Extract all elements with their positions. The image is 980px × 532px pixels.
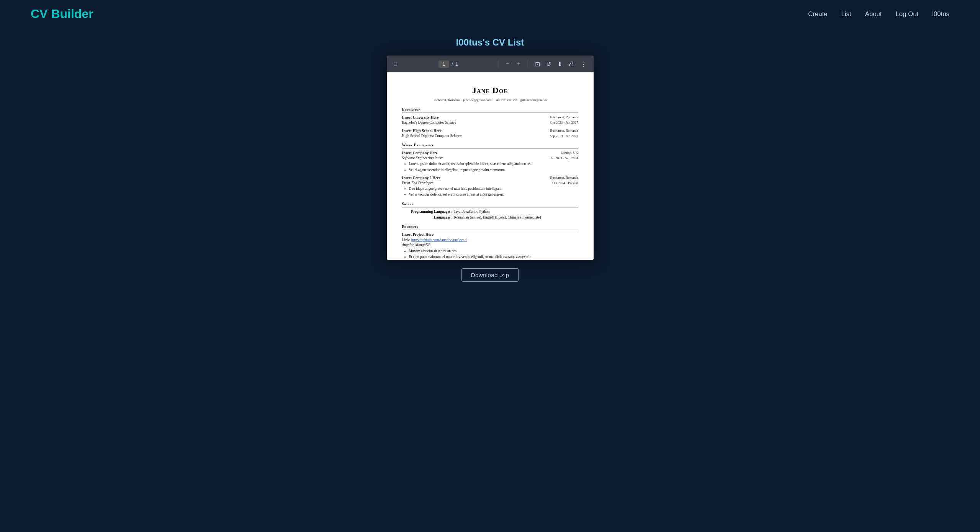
navbar: CV Builder Create List About Log Out l00… xyxy=(0,0,980,28)
print-icon: 🖨 xyxy=(568,60,574,67)
cv-project-bullet-1-1: Et cum puto malorum, ei mea elit vivendo… xyxy=(409,255,578,259)
toolbar-sep-1 xyxy=(499,60,499,68)
pdf-container: ≡ 1 / 1 − + ⊡ ↺ xyxy=(387,55,594,260)
cv-name: Jane Doe xyxy=(402,85,578,96)
cv-work-bullets-1: Lorem ipsum dolor sit amet, recusabo spl… xyxy=(409,162,578,173)
cv-section-education: Education xyxy=(402,107,578,113)
zoom-out-button[interactable]: − xyxy=(504,59,512,69)
cv-work-entry-1: Insert Company Here London, UK Software … xyxy=(402,150,578,173)
nav-list[interactable]: List xyxy=(841,10,851,18)
cv-edu-location-1: Bucharest, Romania xyxy=(550,115,578,120)
more-icon: ⋮ xyxy=(581,60,587,68)
zoom-in-icon: + xyxy=(517,60,520,67)
page-separator: / xyxy=(452,61,453,67)
cv-work-role-2: Front-End Developer xyxy=(402,181,434,186)
pdf-page: Jane Doe Bucharest, Romania · janedoe@gm… xyxy=(387,72,594,260)
zoom-out-icon: − xyxy=(506,60,509,67)
cv-section-skills: Skills xyxy=(402,201,578,207)
page-indicator: 1 / 1 xyxy=(403,60,494,68)
cv-skills-row-0: Programming Languages: Java, JavaScript,… xyxy=(402,209,578,214)
cv-skills-row-1: Languages: Romanian (native), English (f… xyxy=(402,215,578,220)
cv-project-link-url: https://github.com/janedoe/project-1 xyxy=(411,238,467,242)
cv-edu-dates-1: Oct 2023 - Jun 2027 xyxy=(550,120,578,125)
cv-skills-label-0: Programming Languages: xyxy=(402,209,452,214)
cv-work-entry-2: Insert Company 2 Here Bucharest, Romania… xyxy=(402,175,578,197)
zoom-in-button[interactable]: + xyxy=(515,59,523,69)
download-icon: ⬇ xyxy=(557,60,562,68)
cv-work-role-1-row: Software Engineering Intern Jul 2024 - S… xyxy=(402,156,578,161)
cv-work-dates-1: Jul 2024 - Sep 2024 xyxy=(551,156,578,161)
cv-edu-entry-2-header: Insert High School Here Bucharest, Roman… xyxy=(402,128,578,134)
cv-edu-entry-2: Insert High School Here Bucharest, Roman… xyxy=(402,128,578,139)
cv-project-bullets-1: Munere albucius deserunt an pro. Et cum … xyxy=(409,249,578,260)
cv-edu-degree-2: High School Diploma Computer Science xyxy=(402,134,462,139)
cv-work-dates-2: Oct 2024 - Present xyxy=(552,181,578,186)
nav-logout[interactable]: Log Out xyxy=(896,10,919,18)
cv-contact: Bucharest, Romania · janedoe@gmail.com ·… xyxy=(402,98,578,103)
cv-skills-label-1: Languages: xyxy=(402,215,452,220)
cv-work-company-2: Insert Company 2 Here xyxy=(402,175,441,181)
cv-project-name-1: Insert Project Here xyxy=(402,232,434,237)
cv-edu-degree-2-row: High School Diploma Computer Science Sep… xyxy=(402,134,578,139)
cv-work-bullet-2-1: Vel ei vocibus dolendi, est erant causae… xyxy=(409,192,578,197)
cv-work-bullet-1-1: Vel ei agam assentior intellegebat, in p… xyxy=(409,168,578,173)
cv-edu-institution-2: Insert High School Here xyxy=(402,128,442,134)
cv-skills-value-1: Romanian (native), English (fluent), Chi… xyxy=(454,215,541,220)
cv-edu-entry-1-header: Insert University Here Bucharest, Romani… xyxy=(402,115,578,120)
nav-create[interactable]: Create xyxy=(808,10,827,18)
print-button[interactable]: 🖨 xyxy=(566,59,577,69)
cv-project-link-row: Link: https://github.com/janedoe/project… xyxy=(402,237,578,243)
cv-work-entry-2-header: Insert Company 2 Here Bucharest, Romania xyxy=(402,175,578,181)
more-options-button[interactable]: ⋮ xyxy=(578,59,589,69)
toolbar-sep-2 xyxy=(528,60,528,68)
nav-links: Create List About Log Out l00tus xyxy=(808,10,949,18)
download-button[interactable]: ⬇ xyxy=(555,59,564,69)
pdf-viewer-wrapper: ≡ 1 / 1 − + ⊡ ↺ xyxy=(0,55,980,260)
pdf-toolbar: ≡ 1 / 1 − + ⊡ ↺ xyxy=(387,55,594,72)
page-title: l00tus's CV List xyxy=(0,37,980,48)
cv-edu-degree-1-row: Bachelor's Degree Computer Science Oct 2… xyxy=(402,120,578,125)
history-icon: ↺ xyxy=(546,60,551,68)
cv-project-tech-1: Angular, MongoDB xyxy=(402,243,578,248)
download-zip-button[interactable]: Download .zip xyxy=(461,268,519,282)
download-area: Download .zip xyxy=(0,268,980,282)
cv-project-link-label: Link: xyxy=(402,238,411,242)
cv-work-role-2-row: Front-End Developer Oct 2024 - Present xyxy=(402,181,578,186)
cv-work-location-2: Bucharest, Romania xyxy=(550,175,578,180)
toolbar-right: ⊡ ↺ ⬇ 🖨 ⋮ xyxy=(533,59,589,69)
menu-button[interactable]: ≡ xyxy=(391,59,400,70)
cv-edu-institution-1: Insert University Here xyxy=(402,115,439,120)
logo-cv: CV xyxy=(31,7,47,21)
cv-project-entry-1: Insert Project Here Link: https://github… xyxy=(402,232,578,260)
nav-about[interactable]: About xyxy=(865,10,882,18)
cv-work-bullets-2: Duo idque augue graece no, ei mea hinc p… xyxy=(409,186,578,197)
pdf-scroll[interactable]: Jane Doe Bucharest, Romania · janedoe@gm… xyxy=(387,72,594,260)
cv-section-work: Work Experience xyxy=(402,142,578,149)
cv-work-location-1: London, UK xyxy=(561,150,578,155)
present-button[interactable]: ⊡ xyxy=(533,59,542,69)
present-icon: ⊡ xyxy=(535,60,540,68)
page-current: 1 xyxy=(438,60,449,68)
cv-edu-degree-1: Bachelor's Degree Computer Science xyxy=(402,120,456,125)
cv-work-bullet-2-0: Duo idque augue graece no, ei mea hinc p… xyxy=(409,186,578,191)
history-button[interactable]: ↺ xyxy=(544,59,553,69)
cv-skills-value-0: Java, JavaScript, Python xyxy=(454,209,490,214)
cv-work-role-1: Software Engineering Intern xyxy=(402,156,443,161)
cv-section-projects: Projects xyxy=(402,224,578,230)
nav-user[interactable]: l00tus xyxy=(932,10,949,18)
logo-builder: Builder xyxy=(47,7,93,21)
cv-work-bullet-1-0: Lorem ipsum dolor sit amet, recusabo spl… xyxy=(409,162,578,166)
page-total: 1 xyxy=(455,61,458,67)
cv-edu-location-2: Bucharest, Romania xyxy=(550,128,578,133)
cv-work-company-1: Insert Company Here xyxy=(402,150,438,156)
cv-edu-entry-1: Insert University Here Bucharest, Romani… xyxy=(402,115,578,125)
cv-edu-dates-2: Sep 2019 - Jun 2023 xyxy=(550,134,578,139)
cv-work-entry-1-header: Insert Company Here London, UK xyxy=(402,150,578,156)
hamburger-icon: ≡ xyxy=(394,60,398,68)
cv-project-bullet-1-0: Munere albucius deserunt an pro. xyxy=(409,249,578,254)
logo[interactable]: CV Builder xyxy=(31,7,93,21)
